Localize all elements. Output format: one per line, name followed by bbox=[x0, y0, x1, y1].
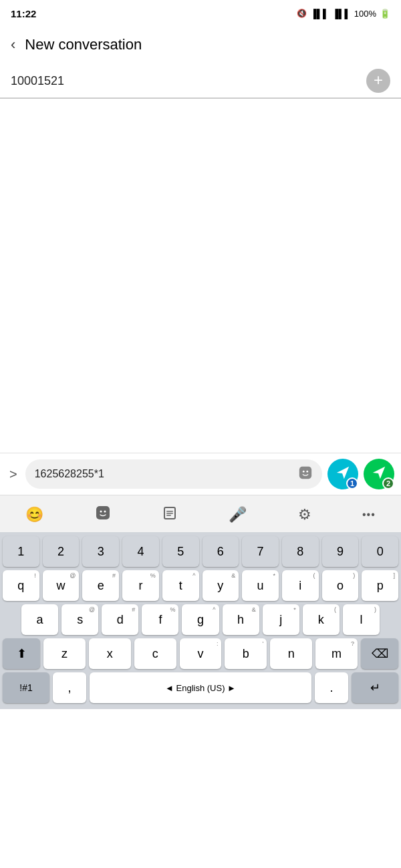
svg-point-2 bbox=[306, 470, 308, 472]
clipboard-toolbar-button[interactable] bbox=[162, 505, 178, 525]
more-toolbar-button[interactable]: ••• bbox=[362, 509, 376, 521]
keyboard-toolbar: 😊 🎤 ⚙ ••• bbox=[0, 495, 401, 532]
status-icons: 🔇 ▐▌▌ ▐▌▌ 100% 🔋 bbox=[297, 9, 390, 19]
battery-text: 100% bbox=[354, 9, 376, 19]
key-t[interactable]: ^t bbox=[162, 570, 199, 601]
header: ‹ New conversation bbox=[0, 25, 401, 64]
sticker-toolbar-button[interactable] bbox=[95, 505, 111, 525]
signal-icon-2: ▐▌▌ bbox=[332, 9, 351, 19]
period-key[interactable]: . bbox=[315, 672, 348, 703]
signal-icon-1: ▐▌▌ bbox=[310, 9, 329, 19]
key-p[interactable]: ]p bbox=[362, 570, 398, 601]
key-e[interactable]: #e bbox=[82, 570, 119, 601]
svg-point-4 bbox=[100, 510, 102, 512]
svg-rect-9 bbox=[166, 513, 173, 514]
recipient-area: + bbox=[0, 64, 401, 99]
enter-icon: ↵ bbox=[370, 680, 380, 695]
shift-key[interactable]: ⬆ bbox=[3, 638, 40, 669]
space-key[interactable]: ◄ English (US) ► bbox=[90, 672, 311, 703]
svg-rect-3 bbox=[96, 506, 110, 519]
key-d[interactable]: #d bbox=[102, 604, 138, 635]
sim2-badge: 2 bbox=[382, 477, 394, 489]
key-8[interactable]: 8 bbox=[282, 536, 319, 567]
message-input-wrapper bbox=[25, 459, 322, 489]
key-5[interactable]: 5 bbox=[162, 536, 199, 567]
key-z[interactable]: z bbox=[43, 638, 86, 669]
status-bar: 11:22 🔇 ▐▌▌ ▐▌▌ 100% 🔋 bbox=[0, 0, 401, 25]
delete-key[interactable]: ⌫ bbox=[361, 638, 398, 669]
key-l[interactable]: )l bbox=[343, 604, 380, 635]
key-3[interactable]: 3 bbox=[82, 536, 119, 567]
sim1-badge: 1 bbox=[346, 477, 358, 489]
language-label: ◄ English (US) ► bbox=[165, 684, 236, 692]
input-bar: > 1 2 bbox=[0, 453, 401, 495]
key-2[interactable]: 2 bbox=[43, 536, 80, 567]
key-0[interactable]: 0 bbox=[362, 536, 398, 567]
recipient-input[interactable] bbox=[11, 74, 366, 88]
message-area bbox=[0, 99, 401, 453]
key-1[interactable]: 1 bbox=[3, 536, 39, 567]
status-time: 11:22 bbox=[11, 8, 36, 19]
symbols-label: !#1 bbox=[19, 683, 32, 692]
keyboard: 1 2 3 4 5 6 7 8 9 0 !q @w #e %r ^t &y *u… bbox=[0, 532, 401, 709]
key-4[interactable]: 4 bbox=[122, 536, 159, 567]
key-w[interactable]: @w bbox=[43, 570, 80, 601]
key-u[interactable]: *u bbox=[242, 570, 279, 601]
keyboard-bottom-row: !#1 , ◄ English (US) ► . ↵ bbox=[3, 672, 398, 703]
key-n[interactable]: n bbox=[270, 638, 312, 669]
key-g[interactable]: ^g bbox=[182, 604, 219, 635]
mute-icon: 🔇 bbox=[297, 9, 307, 18]
period-label: . bbox=[329, 682, 333, 694]
key-r[interactable]: %r bbox=[122, 570, 159, 601]
keyboard-a-row: a @s #d %f ^g &h *j (k )l bbox=[3, 604, 398, 635]
key-s[interactable]: @s bbox=[61, 604, 98, 635]
svg-point-1 bbox=[303, 470, 305, 472]
back-button[interactable]: ‹ bbox=[11, 37, 15, 52]
battery-icon: 🔋 bbox=[380, 9, 390, 19]
enter-key[interactable]: ↵ bbox=[352, 672, 398, 703]
svg-point-5 bbox=[104, 510, 106, 512]
symbols-key[interactable]: !#1 bbox=[3, 672, 49, 703]
key-m[interactable]: ?m bbox=[315, 638, 358, 669]
sticker-button[interactable] bbox=[298, 465, 313, 483]
settings-toolbar-button[interactable]: ⚙ bbox=[298, 506, 311, 523]
comma-key[interactable]: , bbox=[53, 672, 86, 703]
add-icon: + bbox=[374, 72, 383, 88]
key-h[interactable]: &h bbox=[223, 604, 259, 635]
key-o[interactable]: )o bbox=[322, 570, 359, 601]
key-f[interactable]: %f bbox=[142, 604, 178, 635]
message-input[interactable] bbox=[35, 468, 294, 480]
back-icon: ‹ bbox=[11, 36, 15, 53]
key-7[interactable]: 7 bbox=[242, 536, 279, 567]
key-x[interactable]: x bbox=[89, 638, 131, 669]
send-button-sim1[interactable]: 1 bbox=[327, 459, 358, 489]
keyboard-z-row: ⬆ z x c :v 'b n ?m ⌫ bbox=[3, 638, 398, 669]
page-title: New conversation bbox=[25, 36, 142, 53]
key-k[interactable]: (k bbox=[303, 604, 340, 635]
expand-button[interactable]: > bbox=[7, 464, 20, 485]
shift-icon: ⬆ bbox=[17, 646, 27, 661]
key-j[interactable]: *j bbox=[263, 604, 299, 635]
key-a[interactable]: a bbox=[21, 604, 58, 635]
svg-rect-8 bbox=[166, 511, 173, 512]
add-recipient-button[interactable]: + bbox=[366, 69, 390, 93]
key-v[interactable]: :v bbox=[180, 638, 222, 669]
key-q[interactable]: !q bbox=[3, 570, 39, 601]
send-button-sim2[interactable]: 2 bbox=[364, 459, 394, 489]
key-6[interactable]: 6 bbox=[203, 536, 239, 567]
key-i[interactable]: (i bbox=[282, 570, 319, 601]
svg-rect-10 bbox=[166, 515, 171, 516]
key-y[interactable]: &y bbox=[203, 570, 239, 601]
key-9[interactable]: 9 bbox=[322, 536, 359, 567]
mic-toolbar-button[interactable]: 🎤 bbox=[229, 506, 247, 523]
comma-label: , bbox=[68, 682, 71, 694]
expand-icon: > bbox=[9, 467, 17, 481]
key-b[interactable]: 'b bbox=[225, 638, 267, 669]
svg-rect-0 bbox=[299, 466, 311, 478]
keyboard-number-row: 1 2 3 4 5 6 7 8 9 0 bbox=[3, 536, 398, 567]
key-c[interactable]: c bbox=[134, 638, 176, 669]
emoji-toolbar-button[interactable]: 😊 bbox=[25, 506, 43, 523]
keyboard-q-row: !q @w #e %r ^t &y *u (i )o ]p bbox=[3, 570, 398, 601]
delete-icon: ⌫ bbox=[372, 646, 388, 661]
